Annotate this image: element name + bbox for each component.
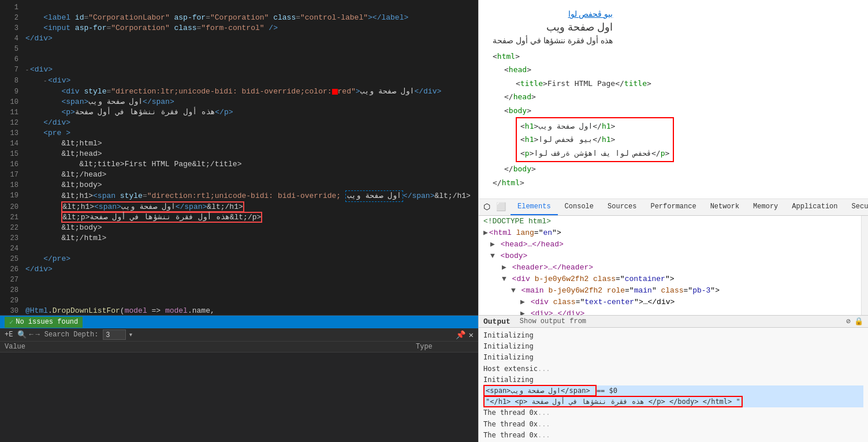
watch-table-header: Value Type bbox=[0, 342, 478, 353]
code-line: 14 &lt;html> bbox=[0, 138, 478, 149]
type-col-header: Type bbox=[416, 343, 474, 351]
preview-p: هذه أول فقرة ننشؤها في أول صفحة bbox=[493, 36, 613, 45]
pin-icon[interactable]: 📌 bbox=[456, 330, 465, 340]
output-panel: Output Show output from ⊘ 🔒 Initializing… bbox=[478, 315, 868, 442]
dom-line: ▶ <div class="text-center">…</div> bbox=[479, 297, 861, 308]
code-line: 6 bbox=[0, 54, 478, 65]
code-line: 10 <span>اول صفحة ويب</span> bbox=[0, 97, 478, 107]
search-depth-label: Search Depth: bbox=[44, 331, 99, 339]
tab-application[interactable]: Application bbox=[785, 199, 844, 215]
code-line: 11 <p>هذه أول فقرة ننشؤها في أول صفحة</p… bbox=[0, 107, 478, 118]
devtools-control-icons: ⬡ ⬜ bbox=[481, 200, 508, 214]
nav-back-icon[interactable]: ← bbox=[29, 331, 33, 339]
tab-memory[interactable]: Memory bbox=[746, 199, 785, 215]
status-text: No issues found bbox=[16, 318, 78, 326]
code-line: 1 bbox=[0, 2, 478, 13]
code-line: 13 <pre > bbox=[0, 128, 478, 138]
code-line: 26 </div> bbox=[0, 264, 478, 275]
code-line: 17 &lt;/head> bbox=[0, 170, 478, 180]
dom-line: ▼ <main b-je0y6w2fh2 role="main" class="… bbox=[479, 285, 861, 297]
panel-icons: 📌 ✕ bbox=[456, 330, 474, 340]
code-line: 3 <input asp-for="Corporation" class="fo… bbox=[0, 23, 478, 33]
tab-sources[interactable]: Sources bbox=[601, 199, 643, 215]
depth-dropdown-icon[interactable]: ▾ bbox=[128, 330, 133, 339]
output-line: The thread 0x... bbox=[483, 430, 863, 441]
panel-header: +E 🔍 ← → Search Depth: ▾ 📌 ✕ bbox=[0, 328, 478, 342]
output-line: The thread 0x... bbox=[483, 419, 863, 430]
preview-link: بيو ڤحفص لوا bbox=[493, 9, 613, 18]
code-line: 16 &lt;title>First HTML Page&lt;/title> bbox=[0, 159, 478, 170]
dom-line: ▶ <head>…</head> bbox=[479, 239, 861, 250]
search-area: +E 🔍 ← → Search Depth: ▾ bbox=[5, 329, 451, 340]
clear-icon[interactable]: ⊘ bbox=[846, 317, 851, 326]
code-line: 8 -<div> bbox=[0, 76, 478, 87]
search-depth-input[interactable] bbox=[103, 329, 126, 340]
tab-console[interactable]: Console bbox=[558, 199, 601, 215]
tab-security[interactable]: Security bbox=[845, 199, 868, 215]
browser-preview: بيو ڤحفص لوا اول صفحة ويب هذه أول فقرة ن… bbox=[479, 0, 868, 199]
preview-h1: اول صفحة ويب bbox=[493, 21, 613, 33]
output-lines: Initializing Initializing Initializing H… bbox=[479, 328, 868, 442]
output-line: "</h1> <p> هذه فقرة ننشؤها في أول صفحة <… bbox=[483, 396, 863, 407]
code-line: 19 &lt;h1><span style="direction:rtl;uni… bbox=[0, 190, 478, 202]
code-line: 18 &lt;body> bbox=[0, 180, 478, 190]
code-editor: 1 2 <label id="CorporationLabor" asp-for… bbox=[0, 0, 478, 442]
code-line: 22 &lt;body> bbox=[0, 223, 478, 233]
show-output-from: Show output from bbox=[520, 317, 586, 325]
output-line: Initializing bbox=[483, 374, 863, 385]
code-line: 9 <div style="direction:ltr;unicode-bidi… bbox=[0, 87, 478, 97]
code-line: 4 </div> bbox=[0, 33, 478, 44]
plus-e-button[interactable]: +E bbox=[5, 331, 13, 339]
tab-elements[interactable]: Elements bbox=[511, 199, 558, 215]
code-line: 24 bbox=[0, 244, 478, 254]
search-icon: 🔍 bbox=[17, 330, 27, 339]
lock-icon[interactable]: 🔒 bbox=[854, 317, 863, 326]
output-title: Output bbox=[483, 317, 511, 326]
nav-forward-icon[interactable]: → bbox=[36, 331, 40, 339]
output-line: <span>اول صفحة ويب</span> == $0 bbox=[483, 385, 863, 396]
status-bar: ✓ No issues found bbox=[0, 316, 478, 328]
check-icon: ✓ bbox=[9, 318, 13, 327]
bottom-panel: ✓ No issues found +E 🔍 ← → Search Depth:… bbox=[0, 315, 478, 442]
output-line: The thread 0x... bbox=[483, 407, 863, 418]
tab-network[interactable]: Network bbox=[703, 199, 746, 215]
output-controls: ⊘ 🔒 bbox=[846, 317, 863, 326]
code-line: 15 &lt;head> bbox=[0, 149, 478, 159]
close-icon[interactable]: ✕ bbox=[469, 330, 474, 340]
output-line: Initializing bbox=[483, 341, 863, 352]
code-line: 20 &lt;h1><span>اول صفحة ويب</span>&lt;/… bbox=[0, 202, 478, 212]
dom-line: <!DOCTYPE html> bbox=[479, 216, 861, 227]
code-line: 5 bbox=[0, 44, 478, 54]
code-line: 7 -<div> bbox=[0, 65, 478, 76]
code-line: 29 bbox=[0, 295, 478, 306]
watch-panel[interactable] bbox=[0, 353, 478, 442]
dom-line: ▼ <body> bbox=[479, 250, 861, 262]
output-line: Initializing bbox=[483, 352, 863, 363]
value-col-header: Value bbox=[5, 343, 416, 351]
output-line: Initializing bbox=[483, 330, 863, 341]
tab-performance[interactable]: Performance bbox=[643, 199, 703, 215]
dom-line: ▼ <div b-je0y6w2fh2 class="container"> bbox=[479, 274, 861, 285]
code-line: 23 &lt;/html> bbox=[0, 233, 478, 244]
inspect-icon[interactable]: ⬡ bbox=[481, 200, 493, 214]
devtools-tabs: ⬡ ⬜ Elements Console Sources Performance… bbox=[479, 199, 868, 216]
output-line: Host extensic... bbox=[483, 364, 863, 374]
code-line: 21 &lt;p>هذه أول فقرة ننشؤها في أول صفحة… bbox=[0, 212, 478, 223]
preview-red-box: <h1>اول صفحة ويب</h1> <h1>بيو ڤحفص لوا</… bbox=[516, 117, 674, 162]
preview-code-block: <html> <head> <title>First HTML Page</ti… bbox=[493, 50, 854, 189]
dom-line: ▶ <html lang="en"> bbox=[479, 227, 861, 239]
status-ok: ✓ No issues found bbox=[5, 317, 83, 328]
code-line: 2 <label id="CorporationLabor" asp-for="… bbox=[0, 13, 478, 23]
code-line: 27 bbox=[0, 275, 478, 285]
code-line: 12 </div> bbox=[0, 118, 478, 128]
code-line: 28 bbox=[0, 285, 478, 295]
device-icon[interactable]: ⬜ bbox=[494, 200, 508, 214]
code-line: 25 </pre> bbox=[0, 254, 478, 264]
dom-line: ▶ <header>…</header> bbox=[479, 262, 861, 274]
